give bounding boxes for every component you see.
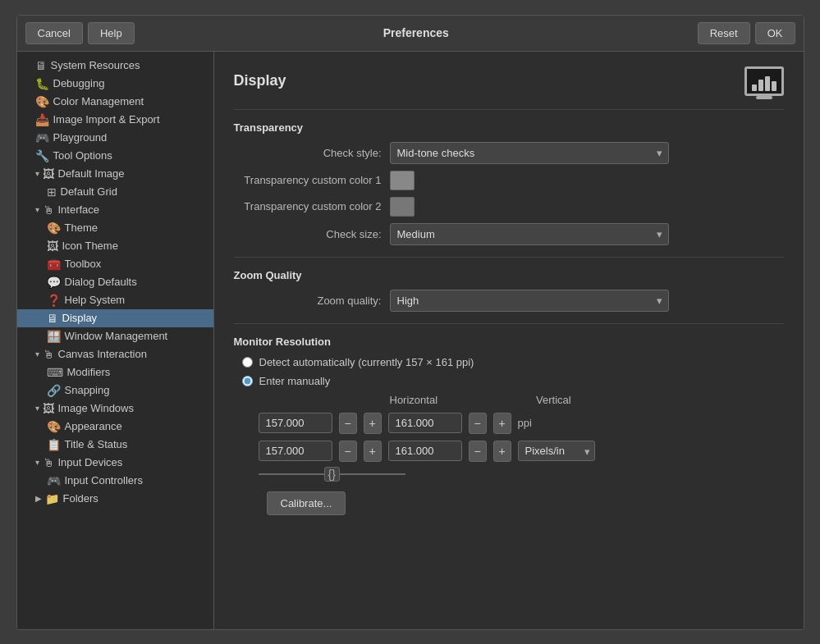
display-icon: 🖥 — [47, 312, 58, 325]
v2-plus-button[interactable]: + — [493, 441, 511, 462]
check-style-select-wrap: Mid-tone checks — [390, 142, 669, 164]
monitor-icon — [744, 66, 784, 96]
units-select-wrap: Pixels/in Pixels/mm — [518, 441, 595, 461]
header-right: Reset OK — [698, 22, 795, 44]
header: Cancel Help Preferences Reset OK — [17, 16, 804, 52]
vertical-input1[interactable] — [388, 413, 462, 433]
detect-auto-label: Detect automatically (currently 157 × 16… — [259, 356, 474, 368]
sidebar-item-color-management[interactable]: 🎨 Color Management — [17, 93, 213, 111]
sidebar-item-canvas-interaction[interactable]: ▾ 🖱 Canvas Interaction — [17, 345, 213, 363]
sidebar-item-label: Image Windows — [58, 402, 134, 414]
v2-minus-button[interactable]: − — [469, 441, 487, 462]
check-style-row: Check style: Mid-tone checks — [234, 142, 784, 164]
sidebar-item-display[interactable]: 🖥 Display — [17, 309, 213, 327]
transparency-label: Transparency — [234, 121, 784, 134]
divider1 — [234, 109, 784, 110]
sidebar-item-tool-options[interactable]: 🔧 Tool Options — [17, 147, 213, 165]
custom-color-1-swatch[interactable] — [390, 171, 415, 190]
sidebar-item-playground[interactable]: 🎮 Playground — [17, 129, 213, 147]
help-system-icon: ❓ — [47, 294, 61, 307]
sidebar-item-image-windows[interactable]: ▾ 🖼 Image Windows — [17, 400, 213, 418]
sidebar-item-label: Help System — [65, 294, 126, 306]
sidebar-item-label: Default Grid — [61, 185, 117, 198]
v1-minus-button[interactable]: − — [469, 413, 487, 434]
bar2 — [758, 80, 763, 91]
sidebar-item-label: Display — [62, 312, 98, 324]
window-management-icon: 🪟 — [47, 330, 61, 343]
sidebar-item-appearance[interactable]: 🎨 Appearance — [17, 418, 213, 436]
default-image-icon: 🖼 — [43, 167, 54, 180]
detect-auto-radio[interactable] — [242, 357, 253, 368]
display-icon-area — [744, 66, 784, 96]
sidebar-item-label: Tool Options — [53, 149, 112, 162]
reset-button[interactable]: Reset — [698, 22, 750, 44]
v1-plus-button[interactable]: + — [493, 413, 511, 434]
sidebar-item-label: Icon Theme — [62, 240, 118, 252]
sidebar-item-icon-theme[interactable]: 🖼 Icon Theme — [17, 237, 213, 255]
sidebar-item-label: Snapping — [65, 384, 110, 396]
sidebar-item-interface[interactable]: ▾ 🖱 Interface — [17, 201, 213, 219]
sidebar-item-title-status[interactable]: 📋 Title & Status — [17, 436, 213, 454]
sidebar-item-default-image[interactable]: ▾ 🖼 Default Image — [17, 165, 213, 183]
custom-color-2-swatch[interactable] — [390, 197, 415, 217]
enter-manual-radio[interactable] — [242, 376, 253, 386]
sidebar-item-label: Toolbox — [65, 258, 102, 270]
sidebar-item-system-resources[interactable]: 🖥 System Resources — [17, 57, 213, 75]
sidebar-item-input-controllers[interactable]: 🎮 Input Controllers — [17, 472, 213, 490]
zoom-quality-select[interactable]: High — [390, 290, 669, 312]
calibrate-button[interactable]: Calibrate... — [267, 491, 346, 515]
custom-color-2-label: Transparency custom color 2 — [234, 200, 382, 212]
check-style-select[interactable]: Mid-tone checks — [390, 142, 669, 164]
section-header: Display — [234, 66, 784, 96]
sidebar-item-window-management[interactable]: 🪟 Window Management — [17, 327, 213, 345]
help-button[interactable]: Help — [88, 22, 135, 44]
sidebar-item-debugging[interactable]: 🐛 Debugging — [17, 75, 213, 93]
sidebar-item-help-system[interactable]: ❓ Help System — [17, 291, 213, 309]
sidebar-item-theme[interactable]: 🎨 Theme — [17, 219, 213, 237]
h1-plus-button[interactable]: + — [364, 413, 382, 434]
folders-icon: 📁 — [45, 492, 59, 505]
units-select[interactable]: Pixels/in Pixels/mm — [518, 441, 595, 461]
link-line-left — [259, 473, 324, 475]
theme-icon: 🎨 — [47, 222, 61, 235]
h2-plus-button[interactable]: + — [364, 441, 382, 462]
divider2 — [234, 257, 784, 258]
sidebar-item-label: Input Controllers — [65, 474, 143, 486]
ppi-unit1: ppi — [518, 417, 532, 429]
check-size-select[interactable]: Medium — [390, 223, 669, 245]
horizontal-input2[interactable] — [259, 441, 332, 461]
ppi-row2: − + − + Pixels/in Pixels/mm — [259, 441, 784, 462]
input-controllers-icon: 🎮 — [47, 474, 61, 487]
arrow-icon: ▾ — [35, 169, 39, 178]
interface-icon: 🖱 — [43, 203, 54, 217]
check-size-row: Check size: Medium — [234, 223, 784, 245]
vertical-input2[interactable] — [388, 441, 462, 461]
sidebar-item-input-devices[interactable]: ▾ 🖱 Input Devices — [17, 454, 213, 472]
bar3 — [765, 76, 770, 91]
sidebar-item-modifiers[interactable]: ⌨ Modifiers — [17, 363, 213, 381]
image-windows-icon: 🖼 — [43, 402, 54, 415]
horizontal-input1[interactable] — [259, 413, 332, 433]
dialog-defaults-icon: 💬 — [47, 276, 61, 289]
color-management-icon: 🎨 — [35, 95, 49, 108]
sidebar-item-folders[interactable]: ▶ 📁 Folders — [17, 490, 213, 508]
sidebar-item-dialog-defaults[interactable]: 💬 Dialog Defaults — [17, 273, 213, 291]
sidebar-item-default-grid[interactable]: ⊞ Default Grid — [17, 183, 213, 201]
h1-minus-button[interactable]: − — [339, 413, 357, 434]
sidebar-item-label: Theme — [65, 222, 98, 234]
sidebar-item-image-import-export[interactable]: 📥 Image Import & Export — [17, 111, 213, 129]
playground-icon: 🎮 — [35, 131, 49, 144]
ok-button[interactable]: OK — [755, 22, 795, 44]
sidebar-item-label: Playground — [53, 131, 108, 144]
sidebar-item-toolbox[interactable]: 🧰 Toolbox — [17, 255, 213, 273]
icon-theme-icon: 🖼 — [47, 240, 58, 253]
snapping-icon: 🔗 — [47, 384, 61, 397]
image-import-export-icon: 📥 — [35, 113, 49, 126]
cancel-button[interactable]: Cancel — [25, 22, 83, 44]
h2-minus-button[interactable]: − — [339, 441, 357, 462]
sidebar-item-snapping[interactable]: 🔗 Snapping — [17, 381, 213, 400]
ppi-spacer — [259, 394, 373, 406]
link-line-right — [340, 473, 405, 475]
bar4 — [772, 81, 776, 91]
calibrate-row: Calibrate... — [259, 491, 784, 515]
